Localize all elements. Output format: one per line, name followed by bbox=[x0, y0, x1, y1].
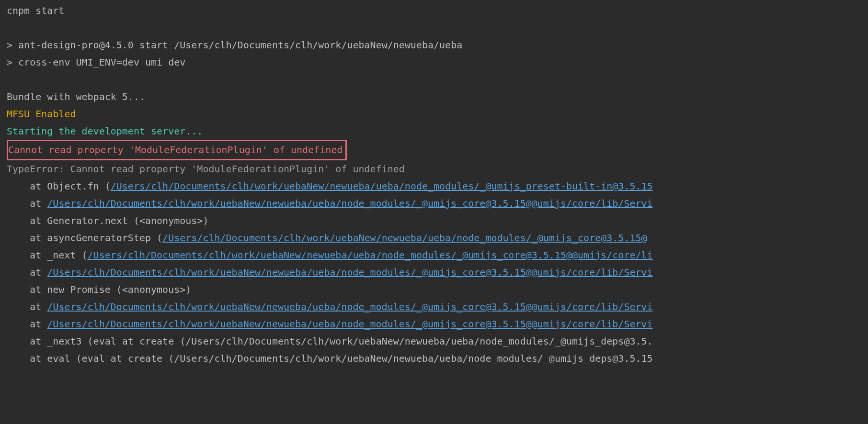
blank-line bbox=[7, 19, 861, 36]
stack-prefix: at bbox=[7, 318, 47, 330]
stack-prefix: at new Promise (<anonymous>) bbox=[7, 284, 191, 295]
script-output-line-2: > cross-env UMI_ENV=dev umi dev bbox=[7, 54, 861, 71]
stack-file-link[interactable]: /Users/clh/Documents/clh/work/uebaNew/ne… bbox=[88, 249, 653, 261]
stack-prefix: at asyncGeneratorStep ( bbox=[7, 232, 162, 244]
stack-trace-line: at /Users/clh/Documents/clh/work/uebaNew… bbox=[7, 315, 861, 333]
mfsu-status: MFSU Enabled bbox=[7, 105, 861, 123]
stack-prefix: at Generator.next (<anonymous>) bbox=[7, 215, 208, 226]
stack-trace-line: at Generator.next (<anonymous>) bbox=[7, 212, 861, 229]
error-message-highlighted: Cannot read property 'ModuleFederationPl… bbox=[7, 140, 347, 160]
stack-trace-line: at _next3 (eval at create (/Users/clh/Do… bbox=[7, 333, 861, 350]
stack-trace-line: at eval (eval at create (/Users/clh/Docu… bbox=[7, 350, 861, 367]
terminal-command: cnpm start bbox=[7, 2, 861, 19]
script-output-line-1: > ant-design-pro@4.5.0 start /Users/clh/… bbox=[7, 36, 861, 54]
stack-prefix: at _next3 (eval at create (/Users/clh/Do… bbox=[7, 335, 653, 347]
stack-prefix: at bbox=[7, 301, 47, 312]
stack-prefix: at eval (eval at create (/Users/clh/Docu… bbox=[7, 353, 653, 364]
stack-file-link[interactable]: /Users/clh/Documents/clh/work/uebaNew/ne… bbox=[47, 318, 652, 330]
stack-prefix: at bbox=[7, 198, 47, 209]
error-highlight-box: Cannot read property 'ModuleFederationPl… bbox=[7, 140, 861, 160]
stack-trace-line: at _next (/Users/clh/Documents/clh/work/… bbox=[7, 246, 861, 264]
stack-prefix: at _next ( bbox=[7, 249, 88, 261]
stack-file-link[interactable]: /Users/clh/Documents/clh/work/uebaNew/ne… bbox=[162, 232, 647, 244]
bundle-message: Bundle with webpack 5... bbox=[7, 88, 861, 105]
stack-trace-line: at /Users/clh/Documents/clh/work/uebaNew… bbox=[7, 195, 861, 212]
starting-server-message: Starting the development server... bbox=[7, 123, 861, 140]
stack-trace-line: at /Users/clh/Documents/clh/work/uebaNew… bbox=[7, 264, 861, 281]
stack-file-link[interactable]: /Users/clh/Documents/clh/work/uebaNew/ne… bbox=[47, 198, 652, 209]
type-error-line: TypeError: Cannot read property 'ModuleF… bbox=[7, 160, 861, 178]
stack-file-link[interactable]: /Users/clh/Documents/clh/work/uebaNew/ne… bbox=[47, 301, 652, 312]
stack-file-link[interactable]: /Users/clh/Documents/clh/work/uebaNew/ne… bbox=[111, 180, 653, 192]
stack-prefix: at bbox=[7, 267, 47, 278]
stack-trace-line: at new Promise (<anonymous>) bbox=[7, 281, 861, 298]
stack-file-link[interactable]: /Users/clh/Documents/clh/work/uebaNew/ne… bbox=[47, 267, 652, 278]
stack-trace-line: at Object.fn (/Users/clh/Documents/clh/w… bbox=[7, 178, 861, 195]
stack-trace-line: at /Users/clh/Documents/clh/work/uebaNew… bbox=[7, 298, 861, 315]
stack-prefix: at Object.fn ( bbox=[7, 180, 111, 192]
stack-trace-line: at asyncGeneratorStep (/Users/clh/Docume… bbox=[7, 229, 861, 246]
blank-line bbox=[7, 71, 861, 88]
